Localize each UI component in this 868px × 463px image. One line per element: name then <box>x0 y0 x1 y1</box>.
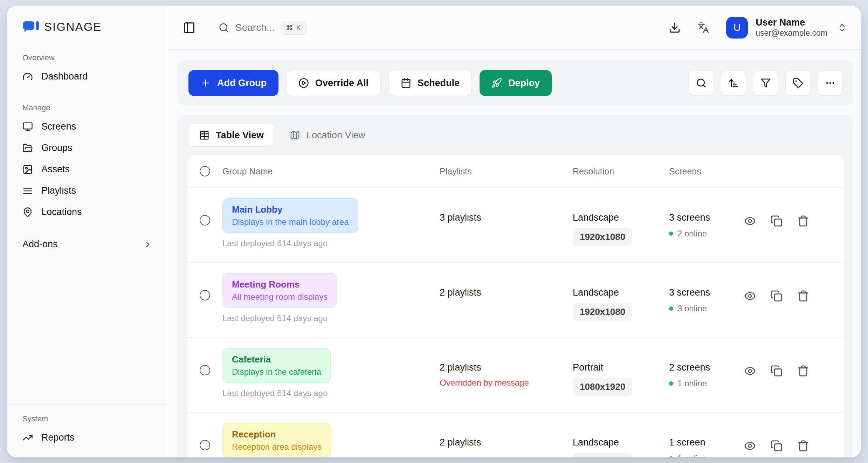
resolution-cell: Landscape 1920x1080 <box>573 423 669 457</box>
playlists-count: 2 playlists <box>440 362 573 373</box>
sidebar-section-system: System <box>7 414 168 423</box>
sidebar-item-groups[interactable]: Groups <box>7 137 168 159</box>
filter-button[interactable] <box>753 70 778 96</box>
row-checkbox[interactable] <box>200 365 210 375</box>
row-actions <box>739 348 844 377</box>
group-badge[interactable]: Meeting Rooms All meeting room displays <box>222 273 337 308</box>
main-area: Search... ⌘ K U User Name user@example.c… <box>168 6 861 457</box>
monitor-icon <box>22 122 33 132</box>
brand-name: SIGNAGE <box>44 20 102 34</box>
copy-icon <box>771 440 783 452</box>
sidebar-item-label: Reports <box>41 432 75 443</box>
online-dot <box>669 381 673 386</box>
folder-open-icon <box>22 143 33 153</box>
sort-button[interactable] <box>721 70 746 96</box>
online-status: 2 online <box>669 229 739 239</box>
tab-location-view[interactable]: Location View <box>279 124 376 146</box>
search-icon <box>219 22 229 33</box>
delete-group-button[interactable] <box>797 215 809 227</box>
online-status: 1 online <box>669 454 739 457</box>
select-all-checkbox[interactable] <box>200 166 210 177</box>
view-group-button[interactable] <box>744 290 756 302</box>
brand-logo: SIGNAGE <box>7 6 168 37</box>
screens-count: 3 screens <box>669 212 739 223</box>
playlists-cell: 2 playlists Overridden by message <box>440 348 573 388</box>
image-icon <box>22 164 33 175</box>
search-shortcut-badge: ⌘ K <box>281 21 306 35</box>
table-row: Meeting Rooms All meeting room displays … <box>187 262 844 337</box>
table-search-button[interactable] <box>689 70 714 96</box>
delete-group-button[interactable] <box>797 290 809 302</box>
group-description: Displays in the main lobby area <box>232 217 349 227</box>
user-menu[interactable]: U User Name user@example.com <box>726 17 847 39</box>
sidebar-item-screens[interactable]: Screens <box>7 116 168 137</box>
more-actions-button[interactable] <box>818 70 843 96</box>
resolution-cell: Landscape 1920x1080 <box>573 198 669 246</box>
deploy-button[interactable]: Deploy <box>480 70 552 96</box>
group-name-cell: Reception Reception area displays Last d… <box>222 423 440 457</box>
sidebar-section-manage: Manage <box>7 103 168 112</box>
sidebar-toggle-button[interactable] <box>183 21 195 34</box>
group-description: All meeting room displays <box>232 292 328 302</box>
online-status: 1 online <box>669 379 739 388</box>
online-dot <box>669 456 673 457</box>
language-button[interactable] <box>697 22 709 34</box>
trash-icon <box>797 365 809 377</box>
sidebar: SIGNAGE Overview Dashboard Manage Screen… <box>7 6 168 457</box>
view-group-button[interactable] <box>744 215 756 227</box>
sidebar-item-assets[interactable]: Assets <box>7 159 168 180</box>
sidebar-section-overview: Overview <box>7 53 168 62</box>
eye-icon <box>744 440 756 452</box>
online-count: 1 online <box>677 379 707 388</box>
row-checkbox[interactable] <box>200 215 210 226</box>
user-name: User Name <box>756 17 827 28</box>
download-icon <box>669 22 681 34</box>
override-note: Overridden by message <box>440 378 573 388</box>
delete-group-button[interactable] <box>797 440 809 452</box>
group-badge[interactable]: Reception Reception area displays <box>222 423 331 457</box>
view-group-button[interactable] <box>744 440 756 452</box>
user-info: User Name user@example.com <box>756 17 827 38</box>
sidebar-item-playlists[interactable]: Playlists <box>7 180 168 201</box>
chevrons-up-down-icon <box>837 23 847 33</box>
sidebar-item-addons[interactable]: Add-ons <box>7 232 168 257</box>
calendar-icon <box>401 78 411 88</box>
gauge-icon <box>22 71 33 82</box>
sidebar-item-label: Assets <box>41 164 70 175</box>
view-group-button[interactable] <box>744 365 756 377</box>
global-search[interactable]: Search... ⌘ K <box>219 21 306 35</box>
duplicate-group-button[interactable] <box>771 215 783 227</box>
groups-toolbar: Add Group Override All Schedule Deploy <box>178 60 853 106</box>
tab-table-view[interactable]: Table View <box>188 124 274 146</box>
sidebar-item-locations[interactable]: Locations <box>7 201 168 223</box>
delete-group-button[interactable] <box>797 365 809 377</box>
table-row: Cafeteria Displays in the cafeteria Last… <box>187 337 844 412</box>
group-name: Meeting Rooms <box>232 279 328 290</box>
override-all-button[interactable]: Override All <box>286 70 381 96</box>
resolution-badge: 1920x1080 <box>573 303 632 321</box>
duplicate-group-button[interactable] <box>771 440 783 452</box>
row-checkbox[interactable] <box>200 290 210 300</box>
duplicate-group-button[interactable] <box>771 290 783 302</box>
group-badge[interactable]: Main Lobby Displays in the main lobby ar… <box>222 198 358 233</box>
add-group-label: Add Group <box>217 78 267 89</box>
download-button[interactable] <box>669 22 681 34</box>
group-badge[interactable]: Cafeteria Displays in the cafeteria <box>222 348 331 383</box>
screens-cell: 1 screen 1 online <box>669 423 739 457</box>
add-group-button[interactable]: Add Group <box>188 70 278 96</box>
screens-count: 3 screens <box>669 287 739 298</box>
eye-icon <box>744 365 756 377</box>
sidebar-item-reports[interactable]: Reports <box>7 427 168 448</box>
top-bar: Search... ⌘ K U User Name user@example.c… <box>168 6 861 50</box>
sidebar-item-dashboard[interactable]: Dashboard <box>7 66 168 87</box>
duplicate-group-button[interactable] <box>771 365 783 377</box>
row-checkbox[interactable] <box>200 440 210 450</box>
tags-button[interactable] <box>785 70 811 96</box>
sidebar-item-label: Locations <box>41 207 82 217</box>
eye-icon <box>744 215 756 227</box>
schedule-button[interactable]: Schedule <box>388 70 472 96</box>
playlists-count: 2 playlists <box>440 287 573 298</box>
ellipsis-icon <box>825 78 835 88</box>
override-all-label: Override All <box>315 78 368 89</box>
group-description: Displays in the cafeteria <box>232 367 321 377</box>
